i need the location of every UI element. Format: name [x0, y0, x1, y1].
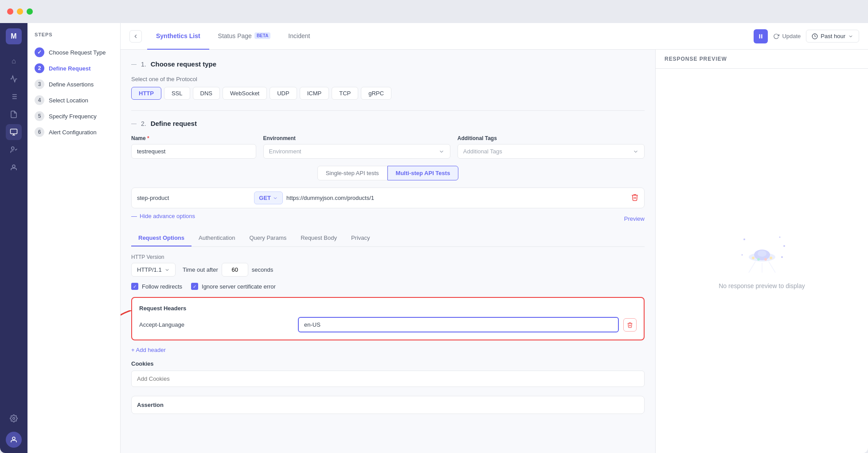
method-select[interactable]: GET [254, 191, 283, 204]
request-delete-icon[interactable] [631, 193, 639, 203]
home-icon[interactable]: ⌂ [6, 53, 22, 69]
method-label: GET [259, 195, 271, 201]
section2-collapse[interactable]: — [131, 121, 137, 127]
svg-rect-6 [11, 129, 17, 134]
tags-select[interactable]: Additional Tags [457, 144, 645, 159]
url-input[interactable] [286, 195, 627, 201]
timeout-label: Time out after [183, 266, 218, 273]
fullscreen-button[interactable] [27, 8, 33, 15]
step-name-input[interactable] [137, 195, 250, 201]
svg-point-25 [757, 258, 760, 261]
request-row: GET [131, 187, 645, 208]
protocol-tcp[interactable]: TCP [332, 87, 358, 100]
tab-query-params[interactable]: Query Params [242, 230, 293, 246]
step-6-num: 6 [35, 127, 44, 137]
minimize-button[interactable] [17, 8, 23, 15]
step-specify-frequency[interactable]: 5 Specify Frequency [35, 108, 113, 124]
section2-title: Define request [151, 120, 197, 127]
document-icon[interactable] [6, 106, 22, 122]
protocol-udp[interactable]: UDP [270, 87, 297, 100]
environment-select[interactable]: Environment [263, 144, 450, 159]
tab-incident[interactable]: Incident [279, 23, 319, 50]
step-define-request[interactable]: 2 Define Request [35, 60, 113, 76]
tab-request-options[interactable]: Request Options [131, 230, 192, 246]
http-row: HTTP/1.1 Time out after seconds [131, 263, 645, 277]
step-1-label: Choose Request Type [49, 49, 106, 56]
content-area: — 1. Choose request type Select one of t… [121, 50, 868, 453]
topbar: Synthetics List Status Page BETA Inciden… [121, 23, 868, 50]
tab-privacy[interactable]: Privacy [344, 230, 377, 246]
step-4-num: 4 [35, 95, 44, 105]
protocol-http[interactable]: HTTP [131, 87, 161, 100]
api-test-toggle: Single-step API tests Multi-step API Tes… [131, 166, 645, 180]
steps-title: STEPS [35, 32, 113, 37]
tab-status-page[interactable]: Status Page BETA [209, 23, 280, 50]
ignore-cert-checkbox[interactable]: ✓ [191, 283, 198, 290]
multi-step-toggle[interactable]: Multi-step API Tests [387, 166, 459, 180]
env-label: Environment [263, 135, 450, 141]
settings-icon[interactable] [6, 410, 22, 426]
main-content: Synthetics List Status Page BETA Inciden… [121, 23, 868, 453]
topbar-right: Update Past hour [754, 29, 859, 43]
list-icon[interactable] [6, 89, 22, 105]
tab-request-body[interactable]: Request Body [293, 230, 344, 246]
header-delete-button[interactable] [623, 318, 637, 332]
tab-authentication[interactable]: Authentication [192, 230, 242, 246]
logo-text: M [11, 32, 16, 40]
collapse-button[interactable] [129, 30, 142, 43]
protocol-dns[interactable]: DNS [193, 87, 220, 100]
svg-point-23 [758, 250, 766, 257]
user-icon[interactable] [6, 160, 22, 176]
section1-num: 1. [141, 61, 146, 68]
header-value-input[interactable] [298, 317, 619, 332]
ufo-illustration [735, 233, 789, 277]
protocol-websocket[interactable]: WebSocket [223, 87, 267, 100]
time-selector[interactable]: Past hour [806, 30, 859, 43]
step-6-label: Alert Configuration [49, 129, 97, 136]
pause-button[interactable] [754, 29, 768, 43]
step-5-label: Specify Frequency [49, 113, 97, 120]
follow-redirects-checkbox[interactable]: ✓ [131, 283, 138, 290]
section1-collapse[interactable]: — [131, 61, 137, 67]
avatar-icon[interactable] [6, 432, 22, 448]
timeout-input[interactable] [222, 263, 248, 277]
chart-icon[interactable] [6, 71, 22, 87]
svg-point-18 [783, 245, 785, 247]
section2-header: — 2. Define request [131, 120, 645, 127]
http-version-value: HTTP/1.1 [137, 266, 162, 273]
name-input[interactable] [131, 144, 256, 159]
hide-advance-toggle[interactable]: — Hide advance options [131, 213, 195, 219]
timeout-unit: seconds [252, 266, 273, 273]
step-select-location[interactable]: 4 Select Location [35, 92, 113, 108]
checkbox-row: ✓ Follow redirects ✓ Ignore server certi… [131, 283, 645, 290]
protocol-grpc[interactable]: gRPC [361, 87, 391, 100]
monitor-icon[interactable] [6, 124, 22, 140]
cookies-label: Cookies [131, 360, 645, 367]
assertion-label: Assertion [137, 402, 639, 408]
add-header-button[interactable]: + Add header [131, 347, 645, 353]
cookies-input[interactable] [131, 371, 645, 387]
svg-point-16 [743, 238, 745, 240]
single-step-toggle[interactable]: Single-step API tests [317, 166, 387, 180]
tags-group: Additional Tags Additional Tags [457, 135, 645, 159]
form-area: — 1. Choose request type Select one of t… [121, 50, 655, 453]
protocol-icmp[interactable]: ICMP [300, 87, 329, 100]
time-label: Past hour [821, 33, 845, 39]
no-preview-text: No response preview to display [719, 282, 805, 289]
svg-point-24 [752, 257, 755, 259]
groups-icon[interactable] [6, 142, 22, 158]
preview-link[interactable]: Preview [624, 215, 645, 222]
update-button[interactable]: Update [773, 33, 801, 39]
step-alert-config[interactable]: 6 Alert Configuration [35, 124, 113, 140]
step-5-num: 5 [35, 111, 44, 121]
http-version-label: HTTP Version [131, 254, 645, 260]
step-define-assertions[interactable]: 3 Define Assertions [35, 76, 113, 92]
advance-options-row: — Hide advance options Preview [131, 213, 645, 225]
response-preview-panel: RESPONSE PREVIEW [655, 50, 868, 453]
tab-synthetics-list[interactable]: Synthetics List [147, 23, 209, 50]
close-button[interactable] [7, 8, 13, 15]
step-choose-request[interactable]: ✓ Choose Request Type [35, 44, 113, 60]
http-version-select[interactable]: HTTP/1.1 [131, 263, 176, 277]
protocol-ssl[interactable]: SSL [164, 87, 190, 100]
icon-sidebar: M ⌂ [0, 23, 27, 453]
